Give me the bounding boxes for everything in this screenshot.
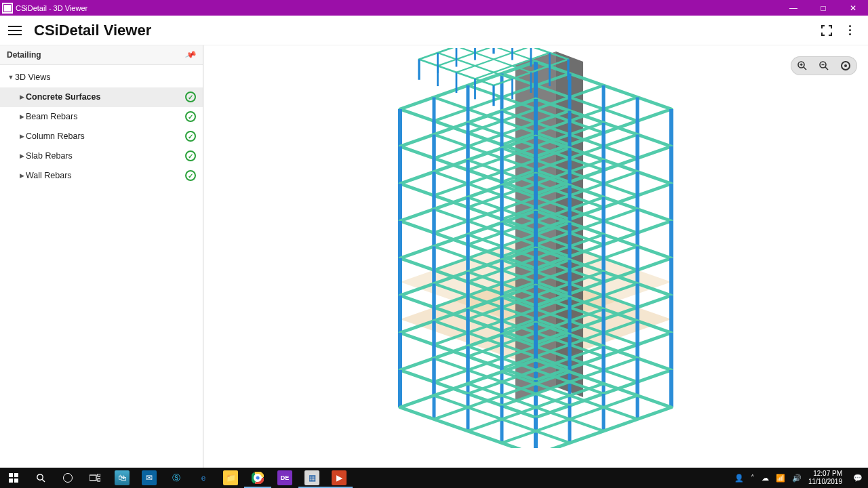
taskbar-app-onenote[interactable]: DE — [271, 468, 298, 488]
taskbar-app-mail[interactable]: ✉ — [136, 468, 163, 488]
sidebar-panel-title: Detailing — [7, 50, 41, 60]
windows-icon — [9, 473, 18, 483]
taskbar-app-explorer[interactable]: 📁 — [217, 468, 244, 488]
caret-right-icon: ▶ — [18, 94, 26, 100]
clock-time: 12:07 PM — [808, 470, 842, 478]
skype-icon: Ⓢ — [169, 470, 184, 485]
svg-rect-38 — [98, 479, 100, 481]
caret-down-icon: ▼ — [7, 74, 15, 81]
structural-model-render — [359, 48, 712, 448]
recenter-button[interactable] — [840, 60, 852, 72]
maximize-button[interactable]: □ — [808, 0, 838, 16]
network-icon[interactable]: 📶 — [776, 474, 785, 483]
check-circle-icon: ✓ — [185, 170, 196, 181]
notifications-icon[interactable]: 💬 — [853, 474, 863, 483]
onedrive-icon[interactable]: ☁ — [762, 474, 769, 483]
zoom-out-icon — [818, 60, 829, 71]
target-icon — [841, 61, 850, 70]
cortana-button[interactable] — [54, 468, 81, 488]
taskbar-app-chrome[interactable] — [244, 468, 271, 488]
check-circle-icon: ✓ — [185, 131, 196, 142]
folder-icon: 📁 — [223, 470, 238, 485]
window-titlebar: CSiDetail - 3D Viewer ― □ ✕ — [0, 0, 868, 16]
taskbar-app-skype[interactable]: Ⓢ — [163, 468, 190, 488]
tray-chevron-icon[interactable]: ˄ — [751, 474, 755, 483]
caret-right-icon: ▶ — [18, 152, 26, 159]
tree-root-label: 3D Views — [15, 73, 196, 82]
tree-item-label: Slab Rebars — [26, 151, 185, 161]
check-circle-icon: ✓ — [185, 92, 196, 102]
mail-icon: ✉ — [142, 470, 157, 485]
caret-right-icon: ▶ — [18, 172, 26, 179]
start-button[interactable] — [0, 468, 27, 488]
app-icon — [2, 3, 13, 14]
tree-item-label: Wall Rebars — [26, 171, 185, 180]
task-view-icon — [90, 474, 100, 482]
tree-root-3d-views[interactable]: ▼ 3D Views — [0, 68, 203, 87]
svg-rect-37 — [98, 474, 100, 476]
powerpoint-icon: ▶ — [332, 470, 347, 485]
svg-line-5 — [825, 67, 828, 70]
taskbar-app-csidetail[interactable]: ▦ — [298, 468, 326, 488]
tree-item-slab-rebars[interactable]: ▶ Slab Rebars ✓ — [0, 146, 203, 166]
svg-point-34 — [37, 474, 42, 479]
taskbar-app-store[interactable]: 🛍 — [108, 468, 136, 488]
check-circle-icon: ✓ — [185, 111, 196, 122]
tree-item-column-rebars[interactable]: ▶ Column Rebars ✓ — [0, 127, 203, 146]
svg-line-35 — [42, 479, 45, 482]
zoom-in-icon — [797, 60, 808, 71]
edge-icon: ｅ — [196, 470, 211, 485]
tree-item-concrete-surfaces[interactable]: ▶ Concrete Surfaces ✓ — [0, 87, 203, 107]
svg-line-1 — [804, 67, 806, 70]
close-button[interactable]: ✕ — [838, 0, 868, 16]
caret-right-icon: ▶ — [18, 113, 26, 120]
taskbar-clock[interactable]: 12:07 PM 11/10/2019 — [808, 470, 846, 486]
minimize-button[interactable]: ― — [778, 0, 808, 16]
people-icon[interactable]: 👤 — [734, 474, 744, 483]
tree-item-label: Beam Rebars — [26, 112, 185, 121]
tree-item-beam-rebars[interactable]: ▶ Beam Rebars ✓ — [0, 107, 203, 127]
zoom-out-button[interactable] — [818, 60, 830, 72]
app-header: CSiDetail Viewer — [0, 16, 868, 45]
taskbar-app-powerpoint[interactable]: ▶ — [326, 468, 353, 488]
tree-view: ▼ 3D Views ▶ Concrete Surfaces ✓ ▶ Beam … — [0, 65, 203, 188]
taskbar-app-edge[interactable]: ｅ — [190, 468, 217, 488]
tree-item-label: Column Rebars — [26, 131, 185, 141]
fullscreen-icon — [821, 25, 832, 36]
tree-item-wall-rebars[interactable]: ▶ Wall Rebars ✓ — [0, 166, 203, 186]
csidetail-icon: ▦ — [304, 470, 319, 485]
zoom-in-button[interactable] — [796, 60, 808, 72]
hamburger-menu-button[interactable] — [8, 26, 24, 35]
tree-item-label: Concrete Surfaces — [26, 92, 185, 102]
chrome-icon — [250, 470, 265, 485]
svg-point-43 — [256, 476, 260, 480]
3d-viewer-canvas[interactable] — [203, 45, 868, 468]
windows-taskbar: 🛍 ✉ Ⓢ ｅ 📁 DE ▦ ▶ 👤 ˄ ☁ 📶 🔊 12:07 PM 11/1… — [0, 468, 868, 488]
check-circle-icon: ✓ — [185, 150, 196, 161]
more-menu-button[interactable] — [838, 19, 861, 42]
caret-right-icon: ▶ — [18, 133, 26, 140]
system-tray: 👤 ˄ ☁ 📶 🔊 12:07 PM 11/10/2019 💬 — [729, 470, 868, 486]
sidebar-panel: Detailing 📌 ▼ 3D Views ▶ Concrete Surfac… — [0, 45, 203, 468]
search-icon — [36, 473, 46, 483]
search-button[interactable] — [27, 468, 54, 488]
task-view-button[interactable] — [81, 468, 108, 488]
volume-icon[interactable]: 🔊 — [792, 474, 802, 483]
pin-icon[interactable]: 📌 — [184, 49, 197, 61]
onenote-icon: DE — [277, 470, 292, 485]
zoom-toolbar — [791, 56, 857, 75]
svg-rect-36 — [90, 475, 96, 481]
app-title: CSiDetail Viewer — [34, 22, 151, 39]
window-title: CSiDetail - 3D Viewer — [16, 4, 87, 12]
kebab-icon — [849, 25, 851, 35]
cortana-icon — [63, 473, 73, 483]
sidebar-panel-header: Detailing 📌 — [0, 45, 203, 65]
fullscreen-button[interactable] — [815, 19, 838, 42]
store-icon: 🛍 — [115, 470, 130, 485]
clock-date: 11/10/2019 — [808, 478, 842, 486]
